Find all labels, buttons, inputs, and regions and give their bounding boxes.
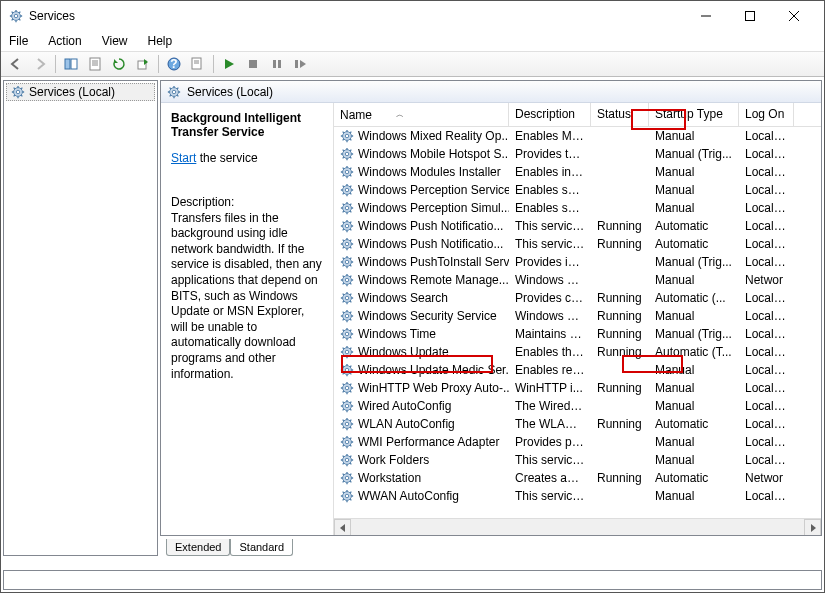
svg-rect-12 (278, 60, 281, 68)
service-row[interactable]: Windows Mixed Reality Op...Enables Mix..… (334, 127, 821, 145)
service-name: WMI Performance Adapter (358, 435, 499, 449)
export-button[interactable] (132, 53, 154, 75)
service-status: Running (591, 381, 649, 395)
svg-rect-2 (746, 12, 755, 21)
menu-file[interactable]: File (5, 34, 32, 48)
service-row[interactable]: Windows Security ServiceWindows Se...Run… (334, 307, 821, 325)
column-headers: Name︿ Description Status Startup Type Lo… (334, 103, 821, 127)
service-row[interactable]: Windows Push Notificatio...This service … (334, 217, 821, 235)
service-row[interactable]: Windows Perception ServiceEnables spa...… (334, 181, 821, 199)
service-desc: This service ... (509, 219, 591, 233)
service-row[interactable]: Windows Update Medic Ser...Enables rem..… (334, 361, 821, 379)
service-startup: Automatic (T... (649, 345, 739, 359)
list-pane-header: Services (Local) (161, 81, 821, 103)
service-row[interactable]: Windows SearchProvides co...RunningAutom… (334, 289, 821, 307)
refresh-button[interactable] (108, 53, 130, 75)
help-button[interactable]: ? (163, 53, 185, 75)
service-startup: Automatic (649, 237, 739, 251)
service-name: Windows Perception Service (358, 183, 509, 197)
tree-item-services-local[interactable]: Services (Local) (6, 83, 155, 101)
service-icon (340, 327, 354, 341)
close-button[interactable] (772, 2, 816, 30)
service-desc: Enables spa... (509, 183, 591, 197)
service-row[interactable]: WMI Performance AdapterProvides pe...Man… (334, 433, 821, 451)
service-name: Windows Update Medic Ser... (358, 363, 509, 377)
service-row[interactable]: Windows Remote Manage...Windows R...Manu… (334, 271, 821, 289)
service-logon: Local Sy (739, 363, 794, 377)
service-row[interactable]: Wired AutoConfigThe Wired A...ManualLoca… (334, 397, 821, 415)
restart-service-button[interactable] (290, 53, 312, 75)
service-logon: Local Sy (739, 183, 794, 197)
tab-standard[interactable]: Standard (230, 539, 293, 556)
service-startup: Manual (Trig... (649, 255, 739, 269)
col-description[interactable]: Description (509, 103, 591, 126)
tree-item-label: Services (Local) (29, 85, 115, 99)
start-service-tail: the service (196, 151, 257, 165)
service-row[interactable]: WWAN AutoConfigThis service ...ManualLoc… (334, 487, 821, 505)
service-name: Windows Search (358, 291, 448, 305)
service-icon (340, 471, 354, 485)
service-desc: This service ... (509, 453, 591, 467)
service-row[interactable]: Windows PushToInstall Serv...Provides in… (334, 253, 821, 271)
service-startup: Manual (649, 165, 739, 179)
service-icon (340, 309, 354, 323)
forward-button[interactable] (29, 53, 51, 75)
find-button[interactable] (187, 53, 209, 75)
service-row[interactable]: Windows UpdateEnables the ...RunningAuto… (334, 343, 821, 361)
menu-action[interactable]: Action (44, 34, 85, 48)
service-row[interactable]: Windows TimeMaintains d...RunningManual … (334, 325, 821, 343)
service-startup: Manual (649, 435, 739, 449)
service-desc: The WLANS... (509, 417, 591, 431)
sort-arrow-icon: ︿ (396, 109, 404, 120)
service-logon: Local Sy (739, 291, 794, 305)
service-desc: Windows R... (509, 273, 591, 287)
pause-service-button[interactable] (266, 53, 288, 75)
show-hide-button[interactable] (60, 53, 82, 75)
service-startup: Manual (649, 201, 739, 215)
service-row[interactable]: Windows Modules InstallerEnables inst...… (334, 163, 821, 181)
service-row[interactable]: WorkstationCreates and...RunningAutomati… (334, 469, 821, 487)
stop-service-button[interactable] (242, 53, 264, 75)
svg-rect-11 (273, 60, 276, 68)
service-status: Running (591, 345, 649, 359)
col-status[interactable]: Status (591, 103, 649, 126)
scroll-left-button[interactable] (334, 519, 351, 535)
col-startup[interactable]: Startup Type (649, 103, 739, 126)
service-row[interactable]: WLAN AutoConfigThe WLANS...RunningAutoma… (334, 415, 821, 433)
service-name: Workstation (358, 471, 421, 485)
tab-extended[interactable]: Extended (166, 539, 230, 556)
service-desc: Provides co... (509, 291, 591, 305)
scroll-right-button[interactable] (804, 519, 821, 535)
service-row[interactable]: Windows Perception Simul...Enables spa..… (334, 199, 821, 217)
service-desc: Provides th... (509, 147, 591, 161)
back-button[interactable] (5, 53, 27, 75)
service-status: Running (591, 327, 649, 341)
service-desc: Provides pe... (509, 435, 591, 449)
service-row[interactable]: Windows Mobile Hotspot S...Provides th..… (334, 145, 821, 163)
service-status: Running (591, 309, 649, 323)
service-desc: Enables Mix... (509, 129, 591, 143)
service-row[interactable]: Windows Push Notificatio...This service … (334, 235, 821, 253)
service-startup: Manual (649, 129, 739, 143)
view-tabs: Extended Standard (160, 536, 822, 556)
service-row[interactable]: Work FoldersThis service ...ManualLocal … (334, 451, 821, 469)
svg-text:?: ? (170, 57, 177, 71)
service-icon (340, 489, 354, 503)
service-name: Windows Push Notificatio... (358, 237, 503, 251)
service-row[interactable]: WinHTTP Web Proxy Auto-...WinHTTP i...Ru… (334, 379, 821, 397)
menu-help[interactable]: Help (144, 34, 177, 48)
maximize-button[interactable] (728, 2, 772, 30)
col-logon[interactable]: Log On (739, 103, 794, 126)
service-desc: Provides inf... (509, 255, 591, 269)
service-icon (340, 417, 354, 431)
properties-button[interactable] (84, 53, 106, 75)
service-logon: Networ (739, 471, 794, 485)
col-name[interactable]: Name︿ (334, 103, 509, 126)
minimize-button[interactable] (684, 2, 728, 30)
menu-view[interactable]: View (98, 34, 132, 48)
service-logon: Local Se (739, 381, 794, 395)
service-startup: Manual (649, 399, 739, 413)
service-logon: Local Sy (739, 417, 794, 431)
start-service-button[interactable] (218, 53, 240, 75)
start-service-link[interactable]: Start (171, 151, 196, 165)
